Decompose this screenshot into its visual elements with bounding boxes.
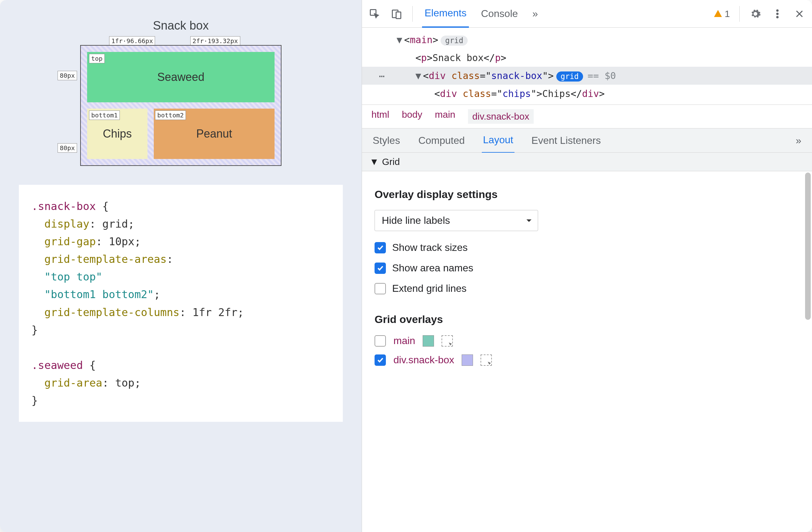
dom-selected-div[interactable]: ⋯ ▼<div class="snack-box">grid== $0 <box>362 67 812 85</box>
disclosure-triangle-icon: ▼ <box>369 156 379 167</box>
snack-box-grid: top bottom1 bottom2 Seaweed Chips Peanut <box>80 45 281 166</box>
page-title: Snack box <box>19 19 343 32</box>
crumb-main[interactable]: main <box>435 109 455 124</box>
css-code-block: .snack-box { display: grid; grid-gap: 10… <box>19 185 343 422</box>
dom-tree[interactable]: ▼<main>grid <p>Snack box</p> ⋯ ▼<div cla… <box>362 28 812 104</box>
cell-seaweed: Seaweed <box>87 52 275 102</box>
hover-actions-icon[interactable]: ⋯ <box>379 67 385 85</box>
svg-point-4 <box>776 13 779 15</box>
area-label-bottom2: bottom2 <box>155 111 186 120</box>
checkbox-extend-lines-row[interactable]: Extend grid lines <box>375 283 799 294</box>
line-labels-select[interactable]: Hide line labels <box>375 210 538 231</box>
overlay-checkbox-snackbox[interactable] <box>375 354 386 366</box>
row-label-2: 80px <box>58 143 77 153</box>
tab-console[interactable]: Console <box>478 0 520 27</box>
svg-point-3 <box>776 9 779 12</box>
checkbox-area-names-row[interactable]: Show area names <box>375 262 799 274</box>
highlight-icon[interactable] <box>441 335 453 347</box>
svg-rect-2 <box>396 12 401 18</box>
subtab-more[interactable]: » <box>794 128 802 153</box>
area-label-bottom1: bottom1 <box>89 111 120 120</box>
svg-point-5 <box>776 16 779 18</box>
grid-section-header[interactable]: ▼ Grid <box>362 153 812 171</box>
layout-panel: Overlay display settings Hide line label… <box>362 171 812 384</box>
subtab-styles[interactable]: Styles <box>372 128 401 153</box>
kebab-icon[interactable] <box>771 8 784 20</box>
swatch-snackbox[interactable] <box>462 354 473 366</box>
tab-more[interactable]: » <box>530 0 541 27</box>
subtab-listeners[interactable]: Event Listeners <box>530 128 602 153</box>
inspect-icon[interactable] <box>368 8 381 20</box>
row-label-1: 80px <box>58 71 77 80</box>
scrollbar[interactable] <box>805 172 811 383</box>
warning-badge[interactable]: 1 <box>713 9 730 19</box>
devtools-toolbar: Elements Console » 1 <box>362 0 812 28</box>
dom-main[interactable]: ▼<main>grid <box>396 31 812 49</box>
crumb-div[interactable]: div.snack-box <box>468 109 534 124</box>
page-viewport: Snack box 1fr·96.66px 2fr·193.32px 80px … <box>0 0 362 532</box>
crumb-html[interactable]: html <box>372 109 389 124</box>
scrollbar-thumb[interactable] <box>805 172 811 320</box>
col-label-2: 2fr·193.32px <box>190 36 240 46</box>
area-label-top: top <box>89 54 105 63</box>
checkbox-area-names[interactable] <box>375 263 386 274</box>
overlay-checkbox-main[interactable] <box>375 335 386 347</box>
swatch-main[interactable] <box>423 335 434 347</box>
dom-p[interactable]: <p>Snack box</p> <box>396 49 812 67</box>
highlight-icon[interactable] <box>480 354 492 366</box>
subtab-computed[interactable]: Computed <box>417 128 466 153</box>
checkbox-track-sizes[interactable] <box>375 242 386 253</box>
overlay-name-main[interactable]: main <box>393 335 415 347</box>
overlay-row-main: main <box>375 335 799 347</box>
overlay-settings-title: Overlay display settings <box>375 188 799 200</box>
close-icon[interactable] <box>793 8 806 20</box>
styles-subtabs: Styles Computed Layout Event Listeners » <box>362 128 812 153</box>
devtools-panel: Elements Console » 1 ▼ <box>362 0 812 532</box>
dom-chips[interactable]: <div class="chips">Chips</div> <box>396 85 812 103</box>
crumb-body[interactable]: body <box>402 109 422 124</box>
gear-icon[interactable] <box>749 8 762 20</box>
subtab-layout[interactable]: Layout <box>482 128 514 153</box>
overlay-row-snackbox: div.snack-box <box>375 354 799 366</box>
overlay-name-snackbox[interactable]: div.snack-box <box>393 354 454 366</box>
checkbox-track-sizes-row[interactable]: Show track sizes <box>375 242 799 253</box>
checkbox-extend-lines[interactable] <box>375 283 386 294</box>
grid-overlays-title: Grid overlays <box>375 313 799 325</box>
tab-elements[interactable]: Elements <box>422 0 469 28</box>
breadcrumb[interactable]: html body main div.snack-box <box>362 104 812 128</box>
col-label-1: 1fr·96.66px <box>109 36 155 46</box>
grid-inspector-overlay: 1fr·96.66px 2fr·193.32px 80px 80px top b… <box>80 45 281 166</box>
device-toggle-icon[interactable] <box>390 8 403 20</box>
